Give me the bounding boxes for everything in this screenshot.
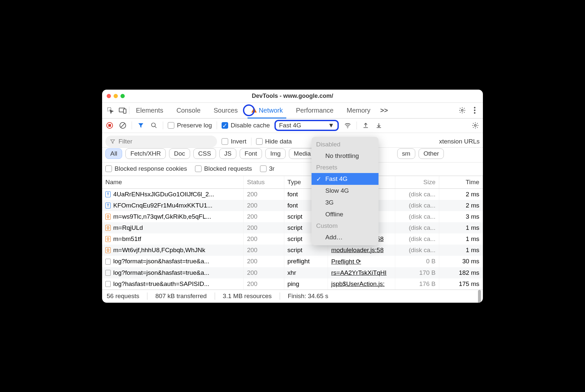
hide-data-urls-checkbox[interactable]: Hide data: [256, 138, 292, 145]
cell-time: 182 ms: [439, 267, 483, 278]
search-icon[interactable]: [150, 121, 158, 130]
kebab-menu-icon[interactable]: [468, 104, 481, 117]
devtools-window: DevTools - www.google.com/ Elements Cons…: [102, 90, 483, 303]
type-filter-chips: All Fetch/XHR Doc CSS JS Font Img Media …: [102, 148, 483, 163]
cell-time: 2 ms: [439, 200, 483, 211]
settings-gear-icon[interactable]: [471, 121, 480, 130]
throttling-select[interactable]: Fast 4G ▼: [274, 120, 339, 131]
status-transferred: 807 kB transferred: [155, 293, 206, 300]
invert-checkbox[interactable]: Invert: [222, 138, 247, 145]
table-row[interactable]: TKFOmCnqEu92Fr1Mu4mxKKTU1...200fontn3:(d…: [102, 200, 483, 211]
cell-initiator[interactable]: moduleloader.js:58: [328, 245, 395, 256]
cell-time: 3 ms: [439, 211, 483, 222]
cell-time: 30 ms: [439, 256, 483, 267]
col-status[interactable]: Status: [244, 176, 284, 189]
svg-rect-4: [254, 111, 254, 112]
request-name: KFOmCnqEu92Fr1Mu4mxKKTU1...: [113, 202, 212, 209]
separator: [357, 121, 357, 129]
cell-status: 200: [244, 211, 284, 222]
table-row[interactable]: {}m=Wt6vjf,hhhU8,FCpbqb,WhJNk200scriptmo…: [102, 245, 483, 256]
file-type-icon: {}: [105, 214, 111, 220]
blocked-requests-checkbox[interactable]: Blocked requests: [195, 165, 252, 172]
status-requests: 56 requests: [107, 293, 139, 300]
third-party-checkbox[interactable]: 3r: [260, 165, 275, 172]
table-header: Name Status Type Size Time: [102, 176, 483, 189]
clear-button[interactable]: [119, 121, 127, 130]
cell-initiator[interactable]: Preflight ⟳: [328, 256, 395, 267]
chip-fetch-xhr[interactable]: Fetch/XHR: [125, 148, 166, 159]
dropdown-section-header: Disabled: [312, 139, 379, 150]
funnel-icon: [110, 139, 115, 144]
cell-time: 1 ms: [439, 222, 483, 233]
extra-filter-row: Blocked response cookies Blocked request…: [102, 163, 483, 176]
tabs-overflow[interactable]: >>: [377, 103, 391, 118]
status-finish: Finish: 34.65 s: [288, 293, 329, 300]
cell-initiator[interactable]: jspb$UserAction.js:: [328, 278, 395, 290]
dropdown-option[interactable]: Fast 4G: [312, 173, 379, 185]
svg-point-7: [474, 110, 476, 111]
cell-time: 1 ms: [439, 233, 483, 245]
blocked-response-cookies-checkbox[interactable]: Blocked response cookies: [105, 165, 187, 172]
preserve-log-checkbox[interactable]: Preserve log: [168, 122, 212, 129]
panel-tabs: Elements Console Sources Network Perform…: [102, 103, 483, 119]
table-row[interactable]: T4UaRrENHsxJlGDuGo1OIlJfC6l_2...200fontn…: [102, 188, 483, 200]
dropdown-option[interactable]: No throttling: [312, 150, 379, 162]
cell-status: 200: [244, 245, 284, 256]
svg-point-13: [152, 123, 156, 127]
file-type-icon: {}: [105, 236, 111, 242]
chip-font[interactable]: Font: [240, 148, 262, 159]
separator: [251, 138, 251, 145]
request-name: log?format=json&hasfast=true&a...: [113, 269, 209, 276]
scrollbar-thumb[interactable]: [478, 290, 481, 303]
col-name[interactable]: Name: [102, 176, 244, 189]
chip-img[interactable]: Img: [265, 148, 286, 159]
disable-cache-checkbox[interactable]: ✓Disable cache: [222, 122, 270, 129]
cell-status: 200: [244, 222, 284, 233]
chip-js[interactable]: JS: [219, 148, 236, 159]
tab-memory[interactable]: Memory: [340, 103, 377, 118]
cell-type: preflight: [284, 256, 328, 267]
inspect-element-icon[interactable]: [104, 104, 117, 117]
chip-other[interactable]: Other: [419, 148, 444, 159]
hide-extension-urls-label: xtension URLs: [439, 138, 480, 145]
chip-doc[interactable]: Doc: [169, 148, 190, 159]
network-conditions-icon[interactable]: [343, 121, 352, 130]
chevron-down-icon: ▼: [328, 122, 334, 129]
table-row[interactable]: {}m=ws9Tlc,n73qwf,GkRiKb,e5qFL...200scri…: [102, 211, 483, 222]
table-row[interactable]: {}m=bm51tf200scriptmoduleloader.js:58(di…: [102, 233, 483, 245]
settings-gear-icon[interactable]: [456, 104, 468, 117]
tab-performance[interactable]: Performance: [290, 103, 340, 118]
dropdown-option[interactable]: Offline: [312, 208, 379, 220]
tab-sources[interactable]: Sources: [207, 103, 244, 118]
import-har-icon[interactable]: [375, 121, 383, 130]
dropdown-option[interactable]: 3G: [312, 197, 379, 208]
table-row[interactable]: log?format=json&hasfast=true&a...200xhrr…: [102, 267, 483, 278]
tab-console[interactable]: Console: [170, 103, 207, 118]
dropdown-section-header: Presets: [312, 162, 379, 173]
record-button[interactable]: [105, 121, 114, 130]
request-name: log?format=json&hasfast=true&a...: [113, 258, 209, 265]
request-name: m=RqjULd: [113, 224, 143, 231]
window-title: DevTools - www.google.com/: [102, 93, 483, 99]
chip-all[interactable]: All: [105, 148, 122, 159]
table-row[interactable]: {}m=RqjULd200script58(disk ca...1 ms: [102, 222, 483, 233]
dropdown-option[interactable]: Add…: [312, 231, 379, 243]
dropdown-option[interactable]: Slow 4G: [312, 185, 379, 197]
cell-size: (disk ca...: [395, 211, 439, 222]
svg-rect-10: [108, 124, 111, 127]
col-size[interactable]: Size: [395, 176, 439, 189]
tab-network[interactable]: Network: [244, 103, 289, 118]
device-toolbar-icon[interactable]: [117, 104, 129, 117]
cell-size: (disk ca...: [395, 222, 439, 233]
chip-wasm[interactable]: sm: [397, 148, 415, 159]
filter-input[interactable]: Filter: [105, 136, 217, 147]
chip-css[interactable]: CSS: [193, 148, 216, 159]
cell-status: 200: [244, 188, 284, 200]
filter-toggle-icon[interactable]: [137, 121, 145, 130]
cell-initiator[interactable]: rs=AA2YrTskXiTqHI: [328, 267, 395, 278]
col-time[interactable]: Time: [439, 176, 483, 189]
table-row[interactable]: log?format=json&hasfast=true&a...200pref…: [102, 256, 483, 267]
tab-elements[interactable]: Elements: [129, 103, 170, 118]
export-har-icon[interactable]: [361, 121, 370, 130]
table-row[interactable]: log?hasfast=true&auth=SAPISID...200pingj…: [102, 278, 483, 290]
